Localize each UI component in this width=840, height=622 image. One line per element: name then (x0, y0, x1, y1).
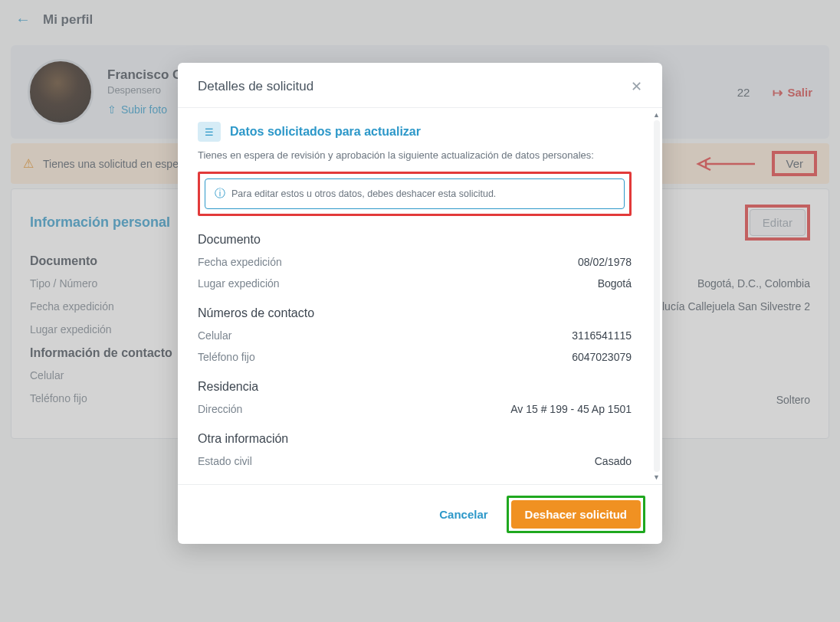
modal-dir-label: Dirección (198, 403, 242, 415)
modal-cel-label: Celular (198, 329, 231, 342)
close-icon[interactable]: ✕ (631, 78, 642, 95)
modal-doc-lugar-row: Lugar expedición Bogotá (198, 277, 632, 290)
modal-tel-row: Teléfono fijo 6047023079 (198, 351, 632, 363)
modal-doc-head: Documento (198, 233, 632, 247)
info-text: Para editar estos u otros datos, debes d… (231, 188, 496, 199)
info-annotation: ⓘ Para editar estos u otros datos, debes… (198, 172, 632, 216)
modal-res-head: Residencia (198, 380, 632, 394)
modal-doc-lugar-label: Lugar expedición (198, 277, 280, 290)
modal-res-group: Residencia Dirección Av 15 # 199 - 45 Ap… (198, 380, 632, 415)
modal-dir-value: Av 15 # 199 - 45 Ap 1501 (510, 403, 632, 415)
scroll-up-icon[interactable]: ▲ (653, 111, 660, 119)
section-title: Datos solicitados para actualizar (230, 125, 421, 139)
modal-marital-value: Casado (595, 455, 632, 467)
undo-request-button[interactable]: Deshacer solicitud (511, 500, 641, 529)
scroll-track[interactable] (654, 120, 660, 472)
modal-footer: Cancelar Deshacer solicitud (178, 484, 662, 544)
modal-marital-row: Estado civil Casado (198, 455, 632, 467)
modal-title: Detalles de solicitud (198, 79, 313, 94)
scroll-down-icon[interactable]: ▼ (653, 473, 660, 481)
list-icon: ☰ (198, 122, 221, 142)
info-box: ⓘ Para editar estos u otros datos, debes… (205, 178, 625, 209)
modal-doc-fecha-row: Fecha expedición 08/02/1978 (198, 256, 632, 268)
request-details-modal: Detalles de solicitud ✕ ☰ Datos solicita… (178, 63, 662, 544)
modal-marital-label: Estado civil (198, 455, 252, 467)
cancel-button[interactable]: Cancelar (435, 500, 492, 529)
section-description: Tienes en espera de revisión y aprobació… (198, 149, 632, 161)
section-header: ☰ Datos solicitados para actualizar (198, 122, 632, 142)
scrollbar[interactable]: ▲ ▼ (651, 108, 662, 484)
modal-tel-label: Teléfono fijo (198, 351, 255, 363)
undo-annotation: Deshacer solicitud (507, 496, 645, 533)
modal-other-head: Otra información (198, 432, 632, 446)
modal-tel-value: 6047023079 (572, 351, 632, 363)
modal-contact-head: Números de contacto (198, 306, 632, 320)
modal-other-group: Otra información Estado civil Casado (198, 432, 632, 467)
modal-header: Detalles de solicitud ✕ (178, 63, 662, 108)
modal-cel-value: 3116541115 (572, 329, 632, 342)
modal-body: ☰ Datos solicitados para actualizar Tien… (178, 108, 651, 484)
modal-dir-row: Dirección Av 15 # 199 - 45 Ap 1501 (198, 403, 632, 415)
modal-doc-lugar-value: Bogotá (598, 277, 632, 290)
modal-doc-group: Documento Fecha expedición 08/02/1978 Lu… (198, 233, 632, 290)
modal-doc-fecha-label: Fecha expedición (198, 256, 282, 268)
modal-doc-fecha-value: 08/02/1978 (578, 256, 632, 268)
modal-contact-group: Números de contacto Celular 3116541115 T… (198, 306, 632, 363)
info-icon: ⓘ (215, 187, 225, 201)
modal-cel-row: Celular 3116541115 (198, 329, 632, 342)
modal-body-outer: ☰ Datos solicitados para actualizar Tien… (178, 108, 662, 484)
